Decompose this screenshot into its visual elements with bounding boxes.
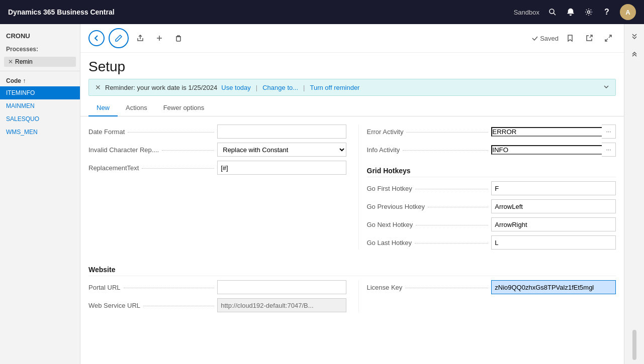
replacement-text-field: ReplacementText [88,161,346,175]
go-first-field: Go First Hotkey [367,181,616,195]
collapse-panel-icon[interactable] [628,48,640,60]
back-button[interactable] [88,30,105,46]
invalid-char-select[interactable]: Replace with Constant Remove Error [217,143,346,157]
top-nav: Dynamics 365 Business Central Sandbox ? … [0,0,644,24]
settings-icon[interactable] [584,7,594,17]
go-first-label-group: Go First Hotkey [367,185,492,192]
environment-label: Sandbox [514,9,539,16]
portal-url-input[interactable] [217,280,346,294]
web-service-url-value [217,298,346,312]
reminder-use-today-link[interactable]: Use today [221,84,251,91]
go-last-value [491,235,616,250]
info-activity-input[interactable] [491,145,602,155]
date-format-value [217,125,346,139]
search-icon[interactable] [547,7,558,17]
error-activity-label: Error Activity [367,128,404,136]
web-service-url-input[interactable] [217,298,346,312]
web-service-url-field: Web Service URL [88,298,346,312]
share-button[interactable] [133,32,148,45]
right-panel-icons [624,24,644,364]
website-section-header: Website [88,262,616,276]
go-next-field: Go Next Hotkey [367,217,616,231]
user-avatar[interactable]: A [620,4,636,20]
go-next-label-group: Go Next Hotkey [367,221,492,228]
add-button[interactable] [152,32,167,45]
portal-url-field: Portal URL [88,280,346,294]
svg-point-0 [549,9,554,14]
edit-button[interactable] [109,28,129,48]
go-first-label: Go First Hotkey [367,185,412,192]
date-format-label: Date Format [88,128,125,136]
go-first-input[interactable] [491,181,616,195]
sidebar-item-salesquo[interactable]: SALESQUO [0,112,80,126]
license-key-input[interactable] [491,280,616,294]
delete-button[interactable] [171,32,186,45]
invalid-char-field: Invalid Character Rep.... Replace with C… [88,143,346,157]
sidebar-divider [0,71,80,71]
expand-panel-icon[interactable] [628,30,640,42]
tab-actions[interactable]: Actions [118,100,155,116]
web-service-url-label: Web Service URL [88,302,140,309]
portal-url-label-group: Portal URL [88,284,217,291]
form-area: Date Format Invalid Character Rep.... [80,116,624,364]
bookmark-button[interactable] [563,32,578,45]
sidebar-item-mainmen[interactable]: MAINMEN [0,99,80,112]
license-key-label-group: License Key [367,284,492,291]
notification-icon[interactable] [566,7,576,17]
info-activity-label-group: Info Activity [367,146,492,154]
help-icon[interactable]: ? [602,7,612,17]
error-activity-input[interactable] [491,127,602,137]
go-next-input[interactable] [491,217,616,231]
error-activity-label-group: Error Activity [367,128,492,136]
go-previous-label: Go Previous Hotkey [367,203,425,210]
go-next-label: Go Next Hotkey [367,221,413,228]
scrollbar-thumb[interactable] [632,330,636,360]
sidebar-tag-label: Remin [15,58,33,65]
expand-button[interactable] [601,32,616,45]
invalid-char-label-group: Invalid Character Rep.... [88,146,217,154]
svg-line-1 [554,13,556,15]
invalid-char-label: Invalid Character Rep.... [88,146,159,154]
go-previous-input[interactable] [491,199,616,213]
reminder-change-to-link[interactable]: Change to... [262,84,298,91]
open-new-window-button[interactable] [582,32,597,45]
tab-bar: New Actions Fewer options [80,100,624,116]
license-key-label: License Key [367,284,403,291]
reminder-banner: ✕ Reminder: your work date is 1/25/2024 … [88,79,616,96]
form-left-col: Date Format Invalid Character Rep.... [88,125,346,250]
replacement-text-input[interactable] [217,161,346,175]
info-activity-label: Info Activity [367,146,400,154]
replacement-text-value [217,161,346,175]
go-previous-value [491,199,616,213]
web-service-url-label-group: Web Service URL [88,302,217,309]
sidebar-col-header: Code ↑ [0,75,80,86]
sidebar-cronu: CRONU [0,28,80,44]
replacement-text-label: ReplacementText [88,164,139,172]
error-activity-more-btn[interactable]: ··· [602,125,616,139]
page-title: Setup [80,53,624,79]
close-tag-icon[interactable]: ✕ [8,58,13,65]
tab-new[interactable]: New [88,100,118,116]
reminder-turn-off-link[interactable]: Turn off reminder [310,84,359,91]
go-last-input[interactable] [491,235,616,250]
left-sidebar: CRONU Processes: ✕ Remin Code ↑ ITEMINFO… [0,24,80,364]
error-activity-value-group: ··· [491,125,616,139]
replacement-text-label-group: ReplacementText [88,164,217,172]
sidebar-tag: ✕ Remin [4,57,76,67]
app-brand: Dynamics 365 Business Central [8,8,514,16]
date-format-input[interactable] [217,125,346,139]
sidebar-item-wms-men[interactable]: WMS_MEN [0,126,80,139]
saved-indicator: Saved [532,35,559,42]
reminder-expand-icon[interactable] [603,84,609,91]
website-form-columns: Portal URL Web Service URL [88,280,616,312]
go-last-field: Go Last Hotkey [367,235,616,250]
tab-fewer-options[interactable]: Fewer options [155,100,213,116]
info-activity-more-btn[interactable]: ··· [602,143,616,157]
date-format-field: Date Format [88,125,346,139]
reminder-close-icon[interactable]: ✕ [95,83,101,91]
date-format-label-group: Date Format [88,128,217,136]
go-previous-label-group: Go Previous Hotkey [367,203,492,210]
sidebar-item-iteminfo[interactable]: ITEMINFO [0,86,80,99]
reminder-text: Reminder: your work date is 1/25/2024 [105,84,217,91]
error-activity-field: Error Activity ··· [367,125,616,139]
